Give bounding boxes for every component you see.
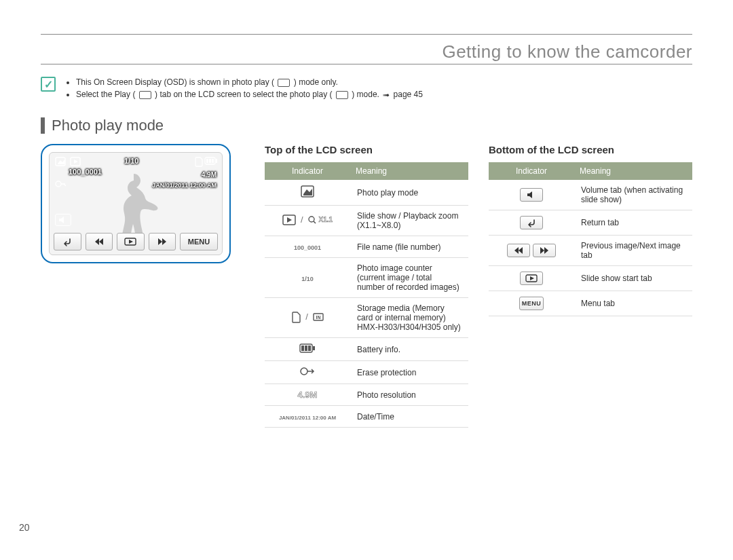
photo-play-mode-icon	[55, 157, 66, 166]
slideshow-icon	[70, 157, 81, 166]
svg-marker-37	[530, 276, 534, 280]
bottom-table-heading: Bottom of the LCD screen	[489, 144, 692, 155]
svg-text:IN: IN	[316, 315, 320, 320]
storage-icon: /IN	[291, 312, 324, 322]
chapter-title: Getting to know the camcorder	[41, 41, 692, 62]
note-1-text-a: This On Screen Display (OSD) is shown in…	[76, 77, 274, 87]
lcd-counter: 1/10	[124, 157, 138, 165]
meaning-cell: Battery info.	[350, 338, 468, 361]
indicator-cell	[265, 180, 350, 206]
top-table-column: Top of the LCD screen Indicator Meaning …	[265, 144, 468, 428]
zoom-label: X1.1	[319, 217, 333, 223]
svg-marker-31	[527, 191, 532, 198]
note-item-2: Select the Play ( ) tab on the LCD scree…	[76, 89, 423, 100]
meaning-cell: Erase protection	[350, 361, 468, 384]
section-heading: Photo play mode	[41, 117, 692, 134]
counter-label: 1/10	[301, 276, 314, 282]
indicator-cell: /IN	[265, 298, 350, 338]
table-row: Erase protection	[265, 361, 468, 384]
rule-under-title	[41, 64, 692, 64]
note-2-pageref: page 45	[394, 90, 423, 99]
checkmark-icon: ✓	[41, 77, 56, 92]
storage-card-icon	[195, 157, 203, 166]
meaning-cell: Photo resolution	[350, 384, 468, 406]
note-2-text-a: Select the Play (	[76, 90, 135, 99]
menu-tab-icon: MENU	[180, 233, 218, 250]
table-row: Volume tab (when activating slide show)	[489, 180, 692, 210]
meaning-cell: Slide show start tab	[574, 266, 692, 291]
slideshow-start-tab-icon	[520, 272, 543, 285]
col-meaning: Meaning	[574, 162, 692, 180]
svg-marker-14	[129, 240, 133, 244]
svg-marker-32	[514, 247, 519, 254]
indicator-cell	[489, 210, 574, 236]
indicator-cell: MENU	[489, 291, 574, 316]
bottom-table-column: Bottom of the LCD screen Indicator Meani…	[489, 144, 692, 316]
note-2-text-c: ) mode.	[352, 90, 381, 99]
volume-tab-icon	[55, 214, 71, 226]
lcd-menu-label: MENU	[188, 238, 210, 246]
lcd-resolution: 4.9M	[202, 172, 217, 179]
slideshow-start-tab-icon	[117, 233, 145, 250]
svg-marker-3	[74, 160, 78, 164]
table-row: /X1.1 Slide show / Playback zoom (X1.1~X…	[265, 206, 468, 236]
battery-icon	[299, 343, 316, 353]
table-row: Previous image/Next image tab	[489, 236, 692, 266]
table-row: JAN/01/2011 12:00 AM Date/Time	[265, 406, 468, 428]
lcd-button-row: MENU	[54, 233, 218, 250]
next-image-tab-icon	[149, 233, 176, 250]
svg-rect-6	[206, 159, 208, 163]
lcd-datetime: JAN/01/2011 12:00 AM	[152, 183, 217, 189]
svg-rect-7	[209, 159, 211, 163]
table-header-row: Indicator Meaning	[489, 162, 692, 180]
battery-icon	[204, 157, 218, 165]
return-tab-icon	[520, 216, 543, 229]
svg-marker-18	[303, 189, 312, 195]
meaning-cell: Photo play mode	[350, 180, 468, 206]
table-header-row: Indicator Meaning	[265, 162, 468, 180]
table-row: Return tab	[489, 210, 692, 236]
svg-marker-15	[158, 238, 162, 245]
photo-play-mode-icon	[278, 79, 290, 87]
meaning-cell: Previous image/Next image tab	[574, 236, 692, 266]
arrow-right-icon: ➟	[383, 90, 390, 100]
lcd-filename: 100_0001	[69, 168, 102, 176]
svg-rect-28	[305, 346, 307, 351]
protect-icon	[300, 367, 315, 376]
svg-marker-10	[59, 217, 64, 223]
rule-top	[41, 34, 692, 35]
svg-marker-11	[95, 238, 99, 245]
filename-label: 100_0001	[294, 244, 321, 251]
top-table-heading: Top of the LCD screen	[265, 144, 468, 155]
play-tab-icon	[139, 91, 151, 99]
bottom-indicator-table: Indicator Meaning Volume tab (when activ…	[489, 162, 692, 316]
photo-play-mode-icon	[336, 91, 348, 99]
meaning-cell: Menu tab	[574, 291, 692, 316]
svg-marker-34	[540, 247, 544, 254]
top-indicator-table: Indicator Meaning Photo play mode /X1.1 …	[265, 162, 468, 428]
svg-marker-16	[162, 238, 166, 245]
indicator-cell: 1/10	[265, 258, 350, 298]
page-number: 20	[19, 522, 30, 533]
meaning-cell: File name (file number)	[350, 236, 468, 258]
meaning-cell: Photo image counter (current image / tot…	[350, 258, 468, 298]
lcd-screen: 1/10 100_0001 4.9M JAN/01/2011 12:00 AM	[49, 152, 223, 255]
datetime-label: JAN/01/2011 12:00 AM	[279, 415, 336, 421]
svg-rect-8	[212, 159, 214, 163]
svg-marker-35	[544, 247, 548, 254]
indicator-cell: 4.9M	[265, 384, 350, 406]
table-row: Photo play mode	[265, 180, 468, 206]
columns: 1/10 100_0001 4.9M JAN/01/2011 12:00 AM	[41, 144, 692, 428]
meaning-cell: Volume tab (when activating slide show)	[574, 180, 692, 210]
table-row: 1/10 Photo image counter (current image …	[265, 258, 468, 298]
indicator-cell	[265, 361, 350, 384]
svg-rect-27	[301, 346, 304, 351]
section-title: Photo play mode	[52, 117, 164, 134]
return-tab-icon	[54, 233, 81, 250]
note-item-1: This On Screen Display (OSD) is shown in…	[76, 77, 423, 88]
svg-marker-1	[58, 160, 64, 164]
menu-label: MENU	[522, 300, 542, 307]
menu-tab-icon: MENU	[519, 297, 544, 310]
indicator-cell: 100_0001	[265, 236, 350, 258]
meaning-cell: Storage media (Memory card or internal m…	[350, 298, 468, 338]
